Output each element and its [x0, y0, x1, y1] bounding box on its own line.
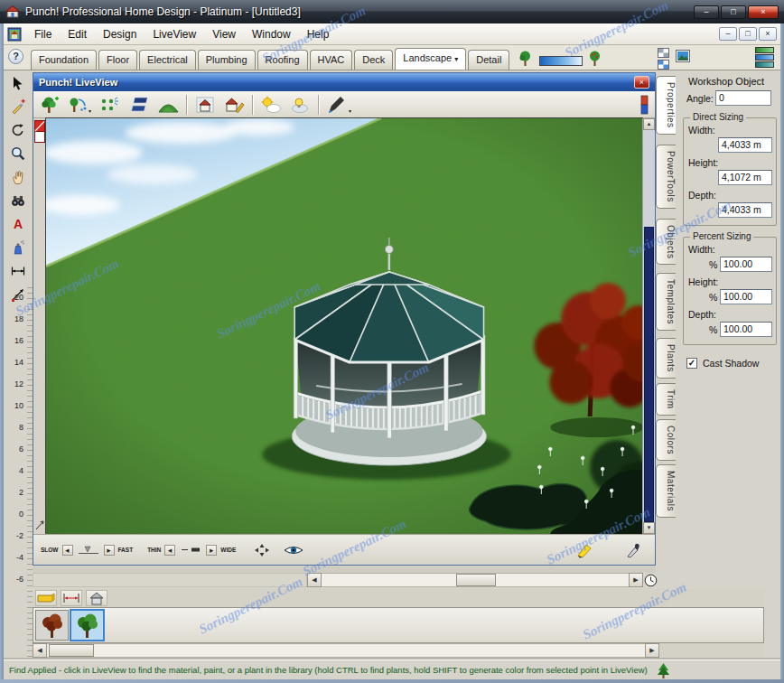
side-tab-plants[interactable]: Plants — [656, 338, 676, 379]
scroll-thumb[interactable] — [49, 644, 94, 657]
plant-thumbnail-red-tree[interactable] — [35, 610, 69, 641]
pan-hand-icon[interactable] — [7, 166, 29, 188]
diagonal-handle-icon[interactable] — [34, 519, 45, 531]
width-down-button[interactable]: ◀ — [164, 545, 175, 556]
horizontal-scrollbar[interactable]: ◀ ▶ — [307, 573, 643, 587]
solar-panel-icon[interactable] — [127, 95, 151, 115]
house-edit-icon[interactable] — [223, 95, 245, 115]
select-arrow-icon[interactable] — [7, 72, 29, 94]
render-bar-icon[interactable] — [639, 95, 649, 115]
palette-chips[interactable] — [755, 47, 774, 68]
yellow-object-icon[interactable] — [35, 590, 57, 606]
liveview-viewport[interactable] — [46, 118, 642, 534]
side-tab-properties[interactable]: Properties — [656, 76, 676, 135]
eye-icon[interactable] — [283, 544, 304, 557]
tab-landscape[interactable]: Landscape ▾ — [395, 48, 466, 70]
dimension-horizontal-icon[interactable] — [7, 260, 29, 282]
menu-file[interactable]: File — [27, 25, 59, 43]
history-clock-icon[interactable] — [644, 574, 658, 587]
plant-berries-icon[interactable] — [588, 50, 602, 67]
side-tab-colors[interactable]: Colors — [656, 419, 676, 461]
menu-design[interactable]: Design — [96, 25, 144, 43]
draw-pen-icon[interactable] — [7, 96, 29, 117]
tab-hvac[interactable]: HVAC — [310, 50, 353, 70]
scroll-thumb[interactable] — [456, 574, 496, 586]
width-percent-input[interactable]: 100.00 — [720, 257, 772, 272]
menu-view[interactable]: View — [205, 25, 243, 43]
scroll-track[interactable] — [47, 643, 645, 658]
depth-percent-input[interactable]: 100.00 — [720, 322, 772, 337]
tab-floor[interactable]: Floor — [98, 50, 137, 70]
height-input[interactable]: 4,1072 m — [718, 170, 772, 185]
plant-tree-icon[interactable] — [39, 95, 61, 115]
material-checker-icon[interactable] — [658, 48, 669, 58]
cast-shadow-checkbox[interactable]: ✓ — [686, 358, 697, 369]
tree-water-icon[interactable]: ▾ — [68, 95, 91, 115]
green-chip-icon[interactable] — [755, 47, 774, 53]
maximize-button[interactable]: □ — [721, 5, 746, 19]
color-pen-icon[interactable]: ▾ — [326, 95, 351, 115]
color-preview-swatch[interactable] — [539, 56, 583, 66]
height-percent-input[interactable]: 100.00 — [720, 289, 772, 304]
side-tab-trim[interactable]: Trim — [656, 383, 676, 416]
pan-arrows-icon[interactable] — [254, 543, 270, 557]
speed-up-button[interactable]: ▶ — [104, 545, 115, 556]
tab-foundation[interactable]: Foundation — [31, 50, 97, 70]
scroll-down-button[interactable]: ▼ — [643, 522, 655, 534]
menu-liveview[interactable]: LiveView — [145, 25, 203, 43]
angle-input[interactable]: 0 — [715, 90, 771, 106]
teal-chip-icon[interactable] — [755, 61, 774, 68]
close-button[interactable]: × — [748, 5, 779, 19]
dropper-icon[interactable] — [624, 542, 642, 558]
side-tab-objects[interactable]: Objects — [656, 219, 676, 265]
vertical-scrollbar[interactable]: ▲ ▼ — [642, 118, 655, 534]
side-tab-powertools[interactable]: PowerTools — [656, 145, 676, 209]
blue-chip-icon[interactable] — [755, 54, 774, 61]
side-tab-materials[interactable]: Materials — [656, 464, 676, 518]
spray-paint-icon[interactable] — [7, 237, 29, 258]
texture-checker-icon[interactable] — [658, 60, 669, 70]
home-icon[interactable] — [86, 590, 107, 606]
mdi-minimize-button[interactable]: – — [719, 27, 737, 41]
width-slider-icon[interactable] — [179, 544, 202, 556]
bottom-scrollbar[interactable]: ◀ ▶ — [33, 643, 659, 658]
menu-help[interactable]: Help — [300, 25, 337, 43]
sprinkler-layout-icon[interactable] — [98, 95, 120, 115]
scroll-track[interactable] — [322, 573, 629, 587]
speed-down-button[interactable]: ◀ — [62, 545, 73, 556]
scroll-up-button[interactable]: ▲ — [643, 118, 655, 130]
liveview-3d-scene[interactable] — [46, 118, 642, 534]
scroll-right-button[interactable]: ▶ — [645, 643, 659, 658]
scroll-left-button[interactable]: ◀ — [307, 573, 322, 587]
zoom-icon[interactable] — [7, 143, 29, 164]
house-plan-icon[interactable] — [194, 95, 216, 115]
night-light-icon[interactable] — [289, 95, 311, 115]
width-up-button[interactable]: ▶ — [206, 545, 217, 556]
liveview-title-bar[interactable]: Punch! LiveView × — [33, 73, 655, 91]
text-tool-icon[interactable]: A — [7, 213, 29, 235]
tab-roofing[interactable]: Roofing — [257, 50, 308, 70]
mdi-restore-button[interactable]: □ — [739, 27, 757, 41]
depth-input[interactable]: 4,4033 m — [718, 202, 772, 218]
liveview-close-button[interactable]: × — [634, 76, 649, 89]
image-swatch-icon[interactable] — [676, 50, 690, 62]
rotate-icon[interactable] — [7, 119, 29, 141]
help-icon[interactable]: ? — [8, 49, 23, 64]
side-tab-templates[interactable]: Templates — [656, 273, 676, 331]
binoculars-icon[interactable] — [7, 190, 29, 211]
tab-plumbing[interactable]: Plumbing — [198, 50, 256, 70]
spacing-icon[interactable] — [61, 590, 82, 606]
speed-slider-icon[interactable] — [77, 544, 100, 556]
scroll-left-button[interactable]: ◀ — [33, 643, 47, 658]
highlighter-icon[interactable] — [575, 542, 593, 558]
minimize-button[interactable]: – — [694, 5, 719, 19]
menu-edit[interactable]: Edit — [61, 25, 94, 43]
mdi-close-button[interactable]: × — [759, 27, 777, 41]
plant-thumbnail-green-tree[interactable] — [70, 610, 104, 641]
menu-window[interactable]: Window — [245, 25, 298, 43]
vertical-scroll-thumb[interactable] — [644, 227, 654, 522]
tab-detail[interactable]: Detail — [468, 50, 509, 70]
scroll-right-button[interactable]: ▶ — [629, 573, 643, 587]
daylight-icon[interactable] — [260, 95, 282, 115]
plant-icon[interactable] — [518, 50, 532, 67]
